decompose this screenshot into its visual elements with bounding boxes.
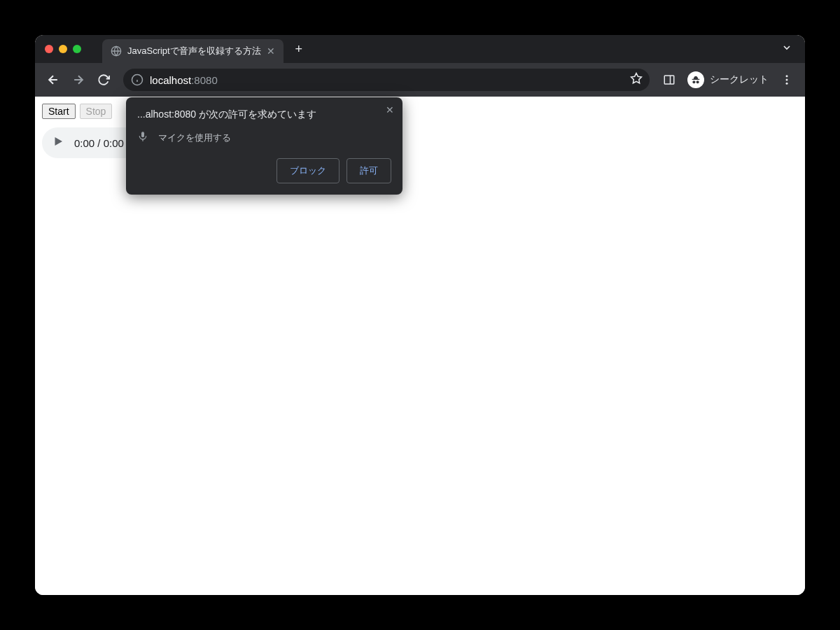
permission-popup: ✕ ...alhost:8080 が次の許可を求めています マイクを使用する ブ… [126,97,402,195]
close-tab-icon[interactable]: ✕ [267,46,275,57]
incognito-icon [687,71,704,88]
bookmark-star-icon[interactable] [630,72,643,88]
reload-button[interactable] [92,69,115,91]
svg-point-10 [786,75,788,77]
menu-button[interactable] [776,69,798,91]
block-button[interactable]: ブロック [276,158,340,183]
permission-mic-label: マイクを使用する [158,132,231,144]
titlebar: JavaScriptで音声を収録する方法 ✕ + [35,35,805,63]
site-info-icon[interactable] [130,73,144,87]
url-text: localhost:8080 [150,74,218,86]
maximize-window-button[interactable] [73,45,81,53]
stop-button: Stop [80,104,113,119]
traffic-lights [45,45,81,53]
permission-title: ...alhost:8080 が次の許可を求めています [137,108,391,121]
play-icon[interactable] [52,135,64,150]
address-bar[interactable]: localhost:8080 [123,69,650,91]
permission-row: マイクを使用する [137,131,391,144]
allow-button[interactable]: 許可 [346,158,391,183]
microphone-icon [137,131,148,144]
tab-title: JavaScriptで音声を収録する方法 [127,45,261,57]
new-tab-button[interactable]: + [289,39,309,59]
close-icon[interactable]: ✕ [386,104,394,115]
permission-actions: ブロック 許可 [137,158,391,183]
browser-window: JavaScriptで音声を収録する方法 ✕ + localhost:8080 [35,35,805,595]
close-window-button[interactable] [45,45,53,53]
side-panel-icon[interactable] [658,69,680,91]
forward-button[interactable] [67,69,90,91]
incognito-label: シークレット [710,74,769,86]
svg-rect-8 [664,76,674,84]
globe-icon [111,46,122,57]
url-port: :8080 [191,74,218,86]
url-host: localhost [150,74,191,86]
svg-point-12 [786,83,788,85]
window-expand-icon[interactable] [781,42,795,56]
start-button[interactable]: Start [42,104,76,119]
toolbar: localhost:8080 シークレット [35,63,805,97]
tabs: JavaScriptで音声を収録する方法 ✕ + [102,35,309,63]
svg-marker-13 [55,137,63,146]
tab-active[interactable]: JavaScriptで音声を収録する方法 ✕ [102,39,284,63]
svg-point-11 [786,79,788,81]
svg-marker-7 [631,74,642,83]
back-button[interactable] [42,69,64,91]
incognito-indicator[interactable]: シークレット [683,71,773,88]
minimize-window-button[interactable] [59,45,67,53]
audio-time: 0:00 / 0:00 [74,137,124,149]
